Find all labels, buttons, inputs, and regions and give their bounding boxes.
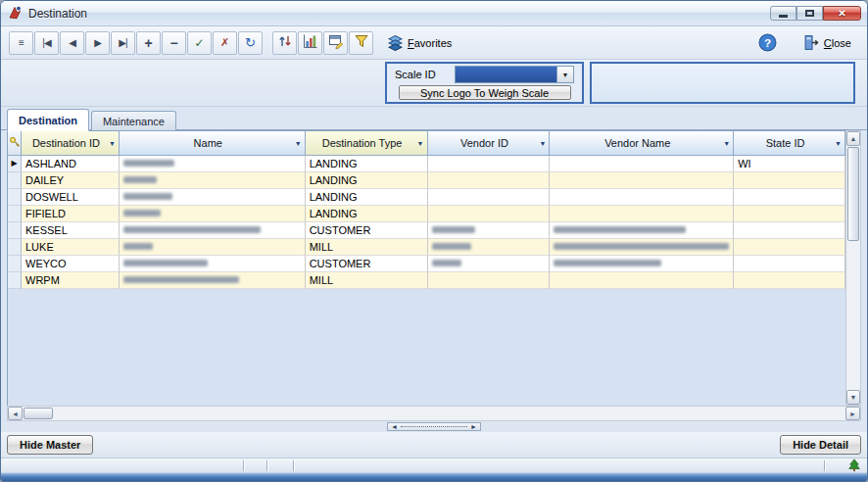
grid-corner-cell[interactable] [8,131,22,156]
column-header-destination-type[interactable]: Destination Type▼ [306,131,428,156]
scroll-left-button[interactable]: ◄ [8,407,23,420]
cell[interactable] [734,172,845,189]
table-row[interactable]: WRPMMILL [8,272,845,289]
cell[interactable]: WEYCO [22,256,120,272]
scroll-up-button[interactable]: ▲ [846,131,860,146]
cell[interactable] [550,222,734,239]
cell[interactable]: CUSTOMER [306,256,428,272]
cell[interactable]: WI [734,156,845,172]
tab-maintenance[interactable]: Maintenance [91,111,176,130]
cell[interactable] [428,222,551,239]
filter-dropdown-icon[interactable]: ▼ [539,139,546,146]
cell[interactable] [428,239,551,256]
close-window-button[interactable]: ✕ [823,6,861,21]
table-row[interactable]: KESSELCUSTOMER [8,222,845,239]
tab-destination[interactable]: Destination [7,109,89,131]
sync-logo-button[interactable]: Sync Logo To Weigh Scale [399,85,571,100]
cell[interactable] [428,206,551,222]
cell[interactable] [428,272,551,289]
maximize-button[interactable] [796,6,823,21]
cell[interactable]: FIFIELD [22,206,120,222]
design-view-button[interactable] [323,31,348,55]
table-row[interactable]: DAILEYLANDING [8,172,845,189]
cell[interactable] [734,272,845,289]
hide-master-button[interactable]: Hide Master [7,435,93,455]
cell[interactable] [428,189,551,206]
filter-dropdown-icon[interactable]: ▼ [417,139,424,146]
vertical-scroll-thumb[interactable] [847,147,859,241]
cell[interactable] [734,239,845,256]
cell[interactable]: MILL [306,239,428,256]
cell[interactable] [428,256,551,272]
cell[interactable] [120,172,306,189]
row-selector[interactable] [8,256,22,272]
cell[interactable] [120,239,306,256]
cell[interactable]: DOSWELL [22,189,120,206]
cell[interactable] [120,272,306,289]
cell[interactable] [734,256,845,272]
table-row[interactable]: FIFIELDLANDING [8,206,845,222]
cell[interactable] [550,189,734,206]
cell[interactable] [120,206,306,222]
cell[interactable] [120,189,306,206]
column-header-vendor-name[interactable]: Vendor Name▼ [550,131,734,156]
cell[interactable] [550,272,734,289]
cell[interactable] [550,206,734,222]
cell[interactable]: LANDING [306,156,428,172]
cell[interactable]: LANDING [306,206,428,222]
column-header-name[interactable]: Name▼ [120,131,306,156]
sort-columns-button[interactable] [272,31,297,55]
scale-id-combo-dropdown-button[interactable]: ▼ [556,67,573,82]
cell[interactable]: WRPM [22,272,120,289]
minimize-button[interactable] [770,6,796,21]
cell[interactable]: DAILEY [22,172,120,189]
vertical-scroll-track[interactable] [846,242,860,390]
cell[interactable] [120,156,306,172]
cell[interactable] [120,256,306,272]
cell[interactable]: LUKE [22,239,120,256]
filter-dropdown-icon[interactable]: ▼ [723,139,730,146]
row-selector[interactable] [8,206,22,222]
horizontal-scrollbar[interactable]: ◄ ► [7,406,861,421]
cell[interactable]: LANDING [306,172,428,189]
refresh-button[interactable]: ↻ [238,31,263,55]
cell[interactable] [428,156,551,172]
row-selector[interactable] [8,222,22,239]
last-record-button[interactable]: ▶| [111,31,135,55]
splitter-handle[interactable]: ◄ ► [387,422,481,431]
scroll-right-button[interactable]: ► [845,407,860,420]
filter-button[interactable] [349,31,373,55]
filter-dropdown-icon[interactable]: ▼ [835,139,842,146]
hide-detail-button[interactable]: Hide Detail [780,435,861,455]
prior-record-button[interactable]: ◀ [60,31,84,55]
cell[interactable] [550,172,734,189]
cell[interactable] [550,156,734,172]
cell[interactable]: MILL [306,272,428,289]
cell[interactable] [120,222,306,239]
delete-record-button[interactable]: − [162,31,186,55]
filter-dropdown-icon[interactable]: ▼ [109,139,116,146]
scale-id-combo[interactable]: ▼ [455,66,574,83]
cell[interactable] [550,256,734,272]
table-row[interactable]: WEYCOCUSTOMER [8,256,845,272]
title-bar[interactable]: Destination ✕ [1,1,867,26]
cell[interactable]: LANDING [306,189,428,206]
cell[interactable] [734,206,845,222]
vertical-scrollbar[interactable]: ▲ ▼ [845,130,861,406]
cell[interactable] [734,222,845,239]
grid-options-button[interactable]: ≡ [9,31,33,55]
column-header-destination-id[interactable]: Destination ID▼ [22,131,120,156]
cell[interactable] [734,189,845,206]
row-selector[interactable] [8,239,22,256]
post-edit-button[interactable]: ✓ [187,31,212,55]
horizontal-scroll-thumb[interactable] [24,408,53,419]
close-form-button[interactable]: Close [799,32,855,53]
insert-record-button[interactable]: + [136,31,161,55]
cell[interactable] [428,172,551,189]
cell[interactable]: ASHLAND [22,156,120,172]
row-selector[interactable] [8,172,22,189]
table-row[interactable]: DOSWELLLANDING [8,189,845,206]
filter-dropdown-icon[interactable]: ▼ [295,139,302,146]
row-selector[interactable]: ▶ [8,156,22,172]
cancel-edit-button[interactable]: ✗ [213,31,237,55]
